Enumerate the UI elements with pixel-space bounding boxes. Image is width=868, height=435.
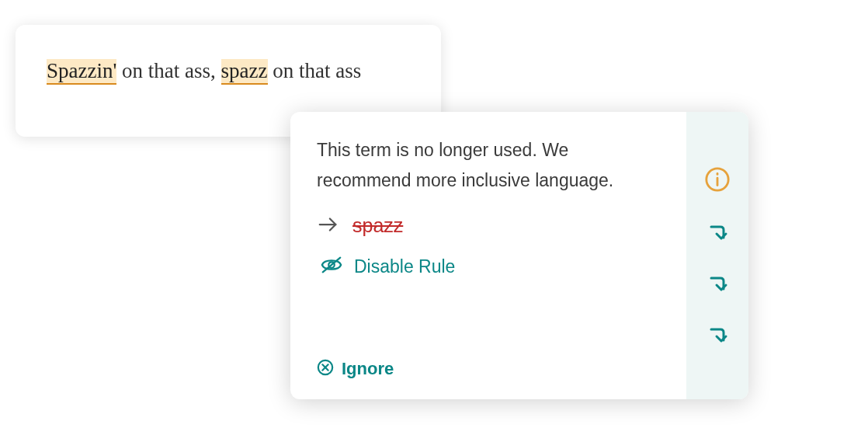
info-icon[interactable] bbox=[704, 166, 731, 196]
flagged-term: spazz bbox=[352, 214, 403, 237]
highlighted-term-1[interactable]: Spazzin' bbox=[47, 59, 116, 85]
suggestion-row[interactable]: spazz bbox=[317, 214, 660, 237]
highlighted-term-2[interactable]: spazz bbox=[221, 59, 268, 85]
disable-rule-label: Disable Rule bbox=[354, 256, 455, 277]
suggestion-tooltip: This term is no longer used. We recommen… bbox=[290, 112, 748, 399]
tooltip-message: This term is no longer used. We recommen… bbox=[317, 135, 660, 196]
tooltip-main: This term is no longer used. We recommen… bbox=[290, 112, 686, 399]
arrow-right-icon bbox=[317, 215, 340, 237]
tooltip-sidebar bbox=[686, 112, 748, 399]
x-circle-icon bbox=[317, 359, 334, 379]
ignore-label: Ignore bbox=[342, 359, 394, 379]
eye-off-icon bbox=[320, 254, 343, 279]
source-text: Spazzin' on that ass, spazz on that ass bbox=[47, 51, 410, 91]
next-down-icon[interactable] bbox=[707, 325, 728, 350]
ignore-button[interactable]: Ignore bbox=[317, 359, 660, 379]
disable-rule-button[interactable]: Disable Rule bbox=[320, 254, 660, 279]
text-segment: on that ass, bbox=[116, 59, 220, 82]
text-segment: on that ass bbox=[268, 59, 362, 82]
next-down-icon[interactable] bbox=[707, 222, 728, 247]
next-down-icon[interactable] bbox=[707, 273, 728, 298]
